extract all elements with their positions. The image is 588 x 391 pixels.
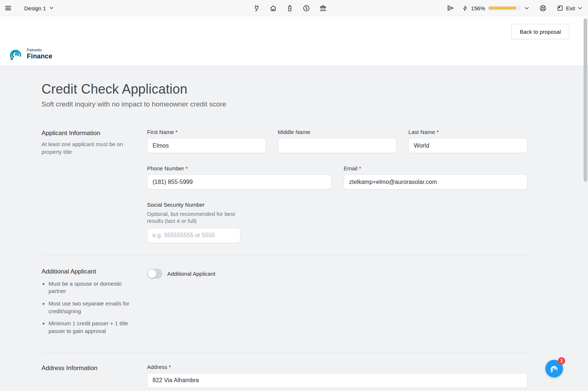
first-name-group: First Name * Elmos (147, 129, 266, 153)
bank-financing-icon[interactable]: $ (319, 4, 327, 12)
palmetto-finance-logo: Palmetto Finance (8, 47, 52, 61)
ssn-placeholder: e.g. 555555555 or 5555 (153, 232, 215, 239)
address-info-heading: Address Information (42, 365, 140, 372)
address-value: 822 Via Alhambra (153, 377, 199, 384)
brand-name-top: Palmetto (27, 48, 52, 52)
toggle-knob (148, 269, 156, 278)
email-group: Email * ztelkamp+elmo@aurorasolar.com (344, 165, 527, 189)
last-name-input[interactable]: World (408, 138, 527, 153)
page-title: Credit Check Application (42, 82, 527, 97)
exit-label: Exit (566, 5, 575, 11)
page-header-band: Back to proposal Palmetto Finance (0, 16, 588, 65)
phone-group: Phone Number * (181) 855-5999 (147, 165, 331, 189)
middle-name-input[interactable] (278, 138, 397, 153)
simulate-icon[interactable] (447, 4, 455, 12)
hamburger-menu-icon[interactable] (4, 4, 12, 12)
design-selector-label: Design 1 (24, 5, 46, 11)
performance-progress-bar[interactable] (488, 6, 520, 10)
section-divider (42, 352, 527, 353)
page-subtitle: Soft credit inquiry with no impact to ho… (42, 100, 527, 108)
middle-name-group: Middle Name (278, 129, 397, 153)
additional-applicant-toggle[interactable] (147, 269, 162, 279)
plug-consumption-icon[interactable] (253, 4, 261, 12)
brand-name-bottom: Finance (27, 53, 52, 59)
last-name-group: Last Name * World (408, 129, 527, 153)
chevron-down-icon (49, 6, 54, 11)
phone-input[interactable]: (181) 855-5999 (147, 174, 331, 189)
support-lifebuoy-icon[interactable] (539, 4, 547, 12)
mode-icon-group: $ $ (253, 0, 327, 16)
phone-label: Phone Number * (147, 165, 331, 171)
first-name-input[interactable]: Elmos (147, 138, 266, 153)
vertical-scrollbar-thumb[interactable] (584, 18, 587, 182)
section-applicant-information: Applicant Information At least one appli… (42, 129, 527, 243)
chat-unread-badge: 1 (558, 357, 565, 365)
address-label: Address * (147, 364, 527, 370)
section-divider (42, 255, 527, 256)
chevron-down-icon[interactable] (524, 6, 530, 11)
first-name-value: Elmos (153, 142, 169, 149)
ssn-note: Optional, but recommended for best resul… (147, 211, 239, 225)
exit-button[interactable]: Exit (556, 4, 583, 12)
palmetto-chat-icon (549, 364, 559, 373)
home-design-icon[interactable] (269, 4, 277, 12)
email-input[interactable]: ztelkamp+elmo@aurorasolar.com (344, 174, 527, 189)
lightning-performance-icon[interactable] (462, 5, 468, 12)
exit-square-icon (556, 4, 564, 12)
applicant-info-heading: Applicant Information (42, 130, 140, 137)
ssn-label: Social Security Number (147, 202, 240, 208)
section-additional-applicant: Additional Applicant Must be a spouse or… (42, 267, 527, 340)
rule-item: Must use two separate emails for credit/… (49, 300, 140, 315)
first-name-label: First Name * (147, 129, 266, 135)
middle-name-label: Middle Name (278, 129, 397, 135)
additional-applicant-heading: Additional Applicant (42, 268, 140, 275)
applicant-info-note: At least one applicant must be on proper… (42, 140, 140, 156)
address-group: Address * 822 Via Alhambra (147, 364, 527, 388)
palmetto-swirl-icon (8, 47, 24, 61)
performance-progress-fill (489, 7, 516, 10)
design-selector[interactable]: Design 1 (24, 5, 54, 11)
credit-check-form: Credit Check Application Soft credit inq… (42, 65, 527, 391)
chevron-down-icon (577, 6, 583, 11)
address-input[interactable]: 822 Via Alhambra (147, 373, 527, 388)
rule-item: Minimum 1 credit passer + 1 title passer… (49, 320, 140, 335)
battery-storage-icon[interactable] (286, 4, 294, 12)
phone-value: (181) 855-5999 (153, 179, 193, 185)
ssn-group: Social Security Number Optional, but rec… (147, 202, 240, 243)
last-name-label: Last Name * (408, 129, 527, 135)
rule-item: Must be a spouse or domestic partner (49, 280, 140, 295)
additional-applicant-toggle-label: Additional Applicant (167, 271, 215, 277)
top-toolbar: Design 1 $ (0, 0, 588, 16)
ssn-input[interactable]: e.g. 555555555 or 5555 (147, 228, 240, 243)
dollar-pricing-icon[interactable]: $ (302, 4, 310, 12)
chat-launcher-button[interactable]: 1 (545, 360, 563, 377)
back-to-proposal-button[interactable]: Back to proposal (511, 24, 569, 39)
email-value: ztelkamp+elmo@aurorasolar.com (349, 179, 437, 185)
email-label: Email * (344, 165, 527, 171)
last-name-value: World (414, 142, 429, 149)
performance-percent: 156% (471, 5, 485, 11)
additional-applicant-rules: Must be a spouse or domestic partner Mus… (42, 280, 140, 335)
svg-text:$: $ (305, 6, 308, 10)
section-address-information: Address Information Address * 822 Via Al… (42, 364, 527, 391)
